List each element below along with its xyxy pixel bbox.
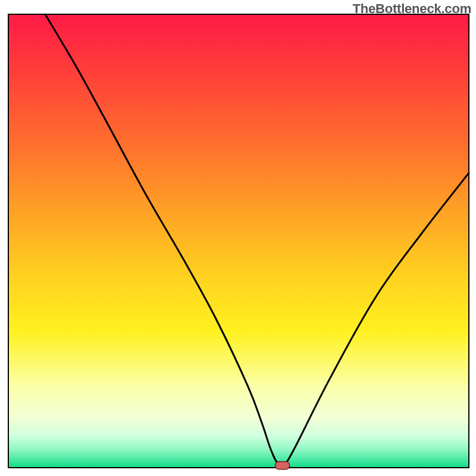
chart-svg [0,0,476,476]
plot-background [8,14,469,468]
watermark-text: TheBottleneck.com [352,1,471,17]
bottleneck-chart: TheBottleneck.com [0,0,476,476]
minimum-marker [275,462,290,469]
